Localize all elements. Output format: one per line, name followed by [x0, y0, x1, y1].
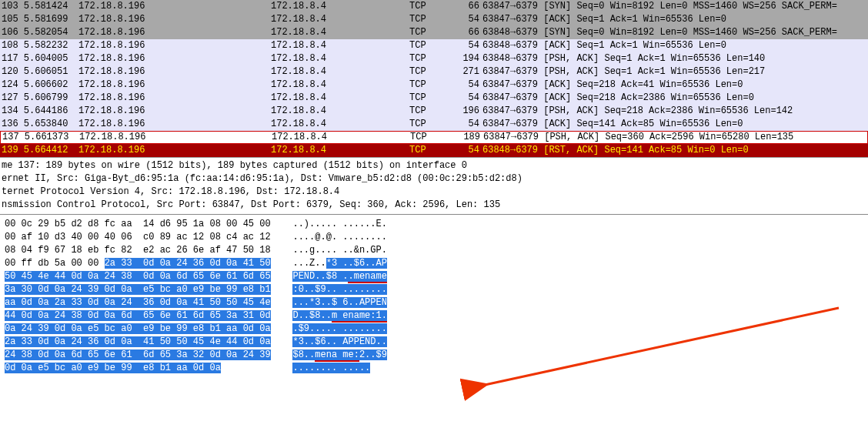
packet-row[interactable]: 136 5.653840172.18.8.196172.18.8.4TCP546…: [0, 118, 868, 131]
packet-row[interactable]: 134 5.644186172.18.8.196172.18.8.4TCP196…: [0, 105, 868, 118]
col-info: 63847→6379 [PSH, ACK] Seq=218 Ack=2386 W…: [482, 105, 868, 118]
hex-ascii-selected: ...*3..$ 6..APPEN: [292, 297, 386, 308]
hex-dump-pane[interactable]: 00 0c 29 b5 d2 d8 fc aa 14 d6 95 1a 08 0…: [0, 214, 868, 378]
packet-row[interactable]: 117 5.604005172.18.8.196172.18.8.4TCP194…: [0, 52, 868, 65]
col-no-time: 134 5.644186: [2, 105, 78, 118]
col-destination: 172.18.8.4: [271, 105, 409, 118]
hex-row[interactable]: 3a 30 0d 0a 24 39 0d 0a e5 bc a0 e9 be 9…: [5, 283, 863, 296]
hex-ascii-selected: PEND..$8 ..mename: [292, 271, 386, 282]
hex-ascii-plain: ..)..... ......E.: [292, 219, 386, 229]
packet-row[interactable]: 137 5.661373172.18.8.196172.18.8.4TCP189…: [0, 131, 868, 144]
hex-ascii-selected: D..$8..m ename:1.: [292, 310, 386, 321]
col-destination: 172.18.8.4: [271, 92, 409, 105]
packet-row[interactable]: 139 5.664412172.18.8.196172.18.8.4TCP546…: [0, 144, 868, 157]
col-destination: 172.18.8.4: [271, 13, 409, 26]
hex-row[interactable]: 0d 0a e5 bc a0 e9 be 99 e8 b1 aa 0d 0a .…: [5, 362, 863, 375]
packet-row[interactable]: 103 5.581424172.18.8.196172.18.8.4TCP666…: [0, 0, 868, 13]
col-source: 172.18.8.196: [78, 0, 271, 13]
col-no-time: 127 5.606799: [2, 92, 78, 105]
hex-ascii-plain: ...g.... ..&n.GP.: [292, 245, 386, 256]
col-destination: 172.18.8.4: [271, 26, 409, 39]
col-destination: 172.18.8.4: [271, 118, 409, 131]
hex-row[interactable]: 2a 33 0d 0a 24 36 0d 0a 41 50 50 45 4e 4…: [5, 336, 863, 349]
col-destination: 172.18.8.4: [271, 52, 409, 65]
hex-ascii-selected: .$9..... ........: [292, 323, 386, 334]
col-destination: 172.18.8.4: [271, 144, 409, 157]
detail-tcp[interactable]: nsmission Control Protocol, Src Port: 63…: [2, 199, 866, 212]
col-no-time: 139 5.664412: [2, 144, 78, 157]
highlight-underline: .mename: [348, 271, 386, 283]
col-source: 172.18.8.196: [78, 144, 271, 157]
col-length: 54: [452, 79, 482, 92]
col-length: 54: [452, 39, 482, 52]
col-no-time: 108 5.582232: [2, 39, 78, 52]
col-protocol: TCP: [409, 105, 452, 118]
col-length: 54: [452, 118, 482, 131]
col-destination: 172.18.8.4: [271, 79, 409, 92]
hex-row[interactable]: 0a 24 39 0d 0a e5 bc a0 e9 be 99 e8 b1 a…: [5, 323, 863, 336]
col-source: 172.18.8.196: [78, 13, 271, 26]
hex-row[interactable]: 44 0d 0a 24 38 0d 0a 6d 65 6e 61 6d 65 3…: [5, 309, 863, 323]
col-length: 271: [452, 65, 482, 79]
hex-bytes-plain: 00 ff db 5a 00 00: [5, 258, 105, 269]
highlight-underline: m ename:1.: [332, 310, 387, 323]
col-destination: 172.18.8.4: [271, 39, 409, 52]
hex-bytes-selected: 44 0d 0a 24 38 0d 0a 6d 65 6e 61 6d 65 3…: [5, 310, 271, 321]
col-info: 63848→6379 [SYN] Seq=0 Win=8192 Len=0 MS…: [482, 26, 868, 39]
col-no-time: 136 5.653840: [2, 118, 78, 131]
col-info: 63847→6379 [PSH, ACK] Seq=1 Ack=1 Win=65…: [482, 65, 868, 79]
col-no-time: 103 5.581424: [2, 0, 78, 13]
packet-list[interactable]: 103 5.581424172.18.8.196172.18.8.4TCP666…: [0, 0, 868, 157]
packet-row[interactable]: 106 5.582054172.18.8.196172.18.8.4TCP666…: [0, 26, 868, 39]
col-no-time: 105 5.581699: [2, 13, 78, 26]
hex-bytes-selected: 3a 30 0d 0a 24 39 0d 0a e5 bc a0 e9 be 9…: [5, 284, 271, 295]
packet-row[interactable]: 127 5.606799172.18.8.196172.18.8.4TCP546…: [0, 92, 868, 105]
hex-bytes-plain: 00 af 10 d3 40 00 40 06 c0 89 ac 12 08 c…: [5, 232, 271, 242]
col-source: 172.18.8.196: [78, 26, 271, 39]
hex-bytes-selected: 50 45 4e 44 0d 0a 24 38 0d 0a 6d 65 6e 6…: [5, 271, 271, 282]
col-source: 172.18.8.196: [78, 92, 271, 105]
packet-row[interactable]: 105 5.581699172.18.8.196172.18.8.4TCP546…: [0, 13, 868, 26]
col-protocol: TCP: [409, 144, 452, 157]
col-destination: 172.18.8.4: [271, 65, 409, 79]
col-source: 172.18.8.196: [78, 39, 271, 52]
detail-frame[interactable]: me 137: 189 bytes on wire (1512 bits), 1…: [2, 159, 866, 172]
hex-row[interactable]: 00 af 10 d3 40 00 40 06 c0 89 ac 12 08 c…: [5, 231, 863, 244]
col-source: 172.18.8.196: [78, 52, 271, 65]
hex-row[interactable]: 24 38 0d 0a 6d 65 6e 61 6d 65 3a 32 0d 0…: [5, 349, 863, 362]
hex-ascii-selected: :0..$9.. ........: [292, 284, 386, 295]
hex-ascii-plain: ...Z..: [292, 258, 326, 269]
col-info: 63847→6379 [SYN] Seq=0 Win=8192 Len=0 MS…: [482, 0, 868, 13]
col-length: 196: [452, 105, 482, 118]
hex-row[interactable]: 00 0c 29 b5 d2 d8 fc aa 14 d6 95 1a 08 0…: [5, 218, 863, 231]
hex-ascii-selected: *3..$6.. APPEND..: [292, 336, 386, 347]
col-source: 172.18.8.196: [79, 132, 272, 143]
packet-row[interactable]: 124 5.606602172.18.8.196172.18.8.4TCP546…: [0, 79, 868, 92]
hex-bytes-plain: 00 0c 29 b5 d2 d8 fc aa 14 d6 95 1a 08 0…: [5, 219, 271, 229]
col-protocol: TCP: [409, 92, 452, 105]
hex-row[interactable]: 00 ff db 5a 00 00 2a 33 0d 0a 24 36 0d 0…: [5, 257, 863, 270]
col-destination: 172.18.8.4: [272, 132, 410, 143]
hex-ascii-selected: *3 ..$6..AP: [326, 258, 387, 269]
col-no-time: 120 5.606051: [2, 65, 78, 79]
packet-row[interactable]: 108 5.582232172.18.8.196172.18.8.4TCP546…: [0, 39, 868, 52]
col-info: 63848→6379 [PSH, ACK] Seq=1 Ack=1 Win=65…: [482, 52, 868, 65]
hex-row[interactable]: 50 45 4e 44 0d 0a 24 38 0d 0a 6d 65 6e 6…: [5, 270, 863, 283]
hex-bytes-selected: aa 0d 0a 2a 33 0d 0a 24 36 0d 0a 41 50 5…: [5, 297, 271, 308]
col-length: 54: [452, 13, 482, 26]
hex-ascii-selected: $8..mena me:2..$9: [292, 349, 386, 360]
col-protocol: TCP: [409, 13, 452, 26]
packet-details-pane[interactable]: me 137: 189 bytes on wire (1512 bits), 1…: [0, 157, 868, 214]
detail-ethernet[interactable]: ernet II, Src: Giga-Byt_d6:95:1a (fc:aa:…: [2, 172, 866, 186]
highlight-underline: mena me:: [315, 349, 359, 362]
packet-row[interactable]: 120 5.606051172.18.8.196172.18.8.4TCP271…: [0, 65, 868, 79]
col-info: 63847→6379 [ACK] Seq=218 Ack=41 Win=6553…: [482, 79, 868, 92]
col-length: 66: [452, 0, 482, 13]
col-length: 189: [452, 132, 483, 143]
col-length: 54: [452, 92, 482, 105]
col-source: 172.18.8.196: [78, 79, 271, 92]
hex-row[interactable]: 08 04 f9 67 18 eb fc 82 e2 ac 26 6e af 4…: [5, 244, 863, 257]
hex-bytes-plain: 08 04 f9 67 18 eb fc 82 e2 ac 26 6e af 4…: [5, 245, 271, 256]
detail-ip[interactable]: ternet Protocol Version 4, Src: 172.18.8…: [2, 186, 866, 199]
hex-row[interactable]: aa 0d 0a 2a 33 0d 0a 24 36 0d 0a 41 50 5…: [5, 296, 863, 309]
